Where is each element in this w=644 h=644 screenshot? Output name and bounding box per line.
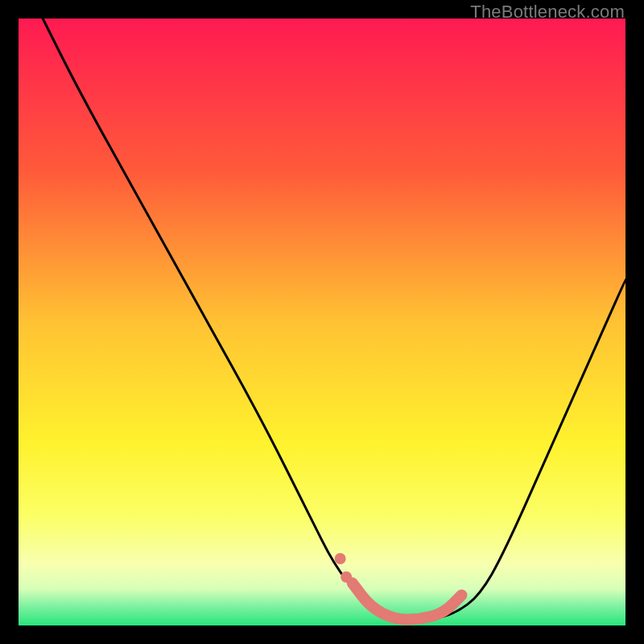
chart-lines <box>19 19 625 625</box>
watermark-text: TheBottleneck.com <box>470 2 625 23</box>
optimal-range-highlight <box>353 583 462 619</box>
bottleneck-curve <box>43 19 625 619</box>
plot-area <box>19 19 625 625</box>
chart-frame: TheBottleneck.com <box>0 0 644 644</box>
highlight-dot <box>335 553 346 564</box>
highlight-dot <box>341 572 352 583</box>
